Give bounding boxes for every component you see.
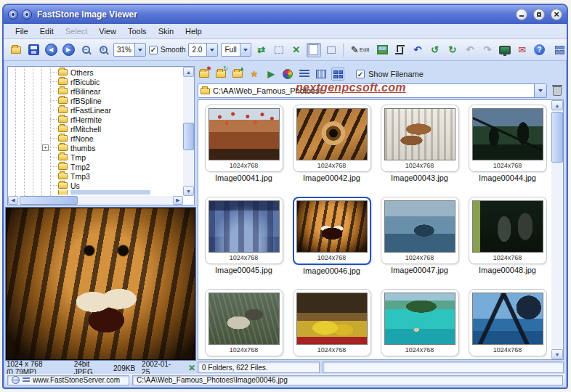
tree-item-tmp3[interactable]: Tmp3 xyxy=(9,171,182,181)
thumbnail-item-49[interactable]: 1024x768 xyxy=(204,289,283,359)
scroll-up-icon[interactable]: ▲ xyxy=(183,67,194,77)
title-bar[interactable]: FastStone Image Viewer xyxy=(4,5,567,24)
menu-help[interactable]: Help xyxy=(179,25,208,38)
export-icon[interactable]: ▶ xyxy=(264,68,278,81)
menu-tools[interactable]: Tools xyxy=(122,25,153,38)
scroll-thumb[interactable] xyxy=(20,196,78,205)
thumbnail-item-45[interactable]: 1024x768 Image00045.jpg xyxy=(204,197,283,277)
wallpaper-icon[interactable] xyxy=(498,43,512,57)
fit-window-icon[interactable]: ✕ xyxy=(289,43,304,57)
thumbnail-filename: Image00047.jpg xyxy=(391,266,448,274)
scroll-right-icon[interactable]: ▶ xyxy=(173,196,183,205)
menu-file[interactable]: File xyxy=(9,25,34,38)
tree-item-thumbs[interactable]: +thumbs xyxy=(9,143,182,152)
thumbnail-item-43[interactable]: 1024x768 Image00043.jpg xyxy=(380,105,459,184)
tree-item-us[interactable]: Us xyxy=(9,181,182,190)
scroll-thumb[interactable] xyxy=(183,123,194,150)
tree-item-rfbspline[interactable]: rfBSpline xyxy=(9,96,182,105)
thumbnail-item-44[interactable]: 1024x768 Image00044.jpg xyxy=(468,105,547,184)
tree-vertical-scrollbar[interactable]: ▲ ▼ xyxy=(183,67,194,196)
scroll-thumb[interactable] xyxy=(551,112,563,163)
selection-icon[interactable] xyxy=(272,43,286,57)
thumbnails-vertical-scrollbar[interactable]: ▲ ▼ xyxy=(551,100,563,359)
rotate-left-icon[interactable]: ↺ xyxy=(428,43,442,57)
address-dropdown-icon[interactable] xyxy=(534,84,546,97)
scroll-track[interactable] xyxy=(551,110,563,349)
undo-icon[interactable]: ↶ xyxy=(410,43,425,57)
help-icon[interactable]: ? xyxy=(532,43,547,57)
next-image-icon[interactable]: ▶ xyxy=(61,43,76,57)
scroll-track[interactable] xyxy=(18,196,173,205)
scroll-track[interactable] xyxy=(183,77,194,186)
scroll-down-icon[interactable]: ▼ xyxy=(551,349,563,359)
tree-item-rfmitchell[interactable]: rfMitchell xyxy=(9,124,182,134)
sharpen-dropdown-icon[interactable] xyxy=(206,44,217,56)
thumbnail-item-46-selected[interactable]: 1024x768 Image00046.jpg xyxy=(292,197,371,277)
thumbnail-item-47[interactable]: 1024x768 Image00047.jpg xyxy=(380,197,459,277)
save-as-icon[interactable] xyxy=(26,43,41,57)
thumbnail-item-51[interactable]: 1024x768 xyxy=(380,289,459,359)
tree-item-tmp[interactable]: Tmp xyxy=(9,152,182,162)
thumbnail-view-icon[interactable] xyxy=(331,68,344,81)
refresh-folder-icon[interactable]: ↻ xyxy=(214,68,227,81)
list-view-icon[interactable] xyxy=(298,68,311,81)
tree-horizontal-scrollbar[interactable]: ◀ ▶ xyxy=(8,196,183,205)
tree-item-rfhermite[interactable]: rfHermite xyxy=(9,115,182,124)
scroll-left-icon[interactable]: ◀ xyxy=(8,196,18,205)
up-folder-icon[interactable]: ▲ xyxy=(231,68,244,81)
preview-pane[interactable] xyxy=(5,207,196,361)
compare-images-icon[interactable]: ⇄ xyxy=(254,43,269,57)
show-filename-checkbox[interactable] xyxy=(356,70,365,78)
fullscreen-preview-icon[interactable]: ✕ xyxy=(188,363,195,373)
tree-item-rfbilinear[interactable]: rfBilinear xyxy=(9,86,182,96)
zoom-in-icon[interactable]: + xyxy=(96,43,110,57)
rotate-right-icon[interactable]: ↻ xyxy=(445,43,460,57)
expand-icon[interactable]: + xyxy=(42,144,49,151)
tree-item-others[interactable]: Others xyxy=(9,68,182,77)
thumbnail-item-50[interactable]: 1024x768 xyxy=(292,289,371,359)
menu-edit[interactable]: Edit xyxy=(34,25,60,38)
tree-item-rffastlinear[interactable]: rfFastLinear xyxy=(9,105,182,115)
open-folder-icon[interactable] xyxy=(9,43,23,57)
thumbnail-item-52[interactable]: 1024x768 xyxy=(468,289,547,359)
fit-mode-select[interactable]: Full xyxy=(221,43,251,57)
capture-icon[interactable] xyxy=(324,43,339,57)
thumbnail-item-48[interactable]: 1024x768 Image00048.jpg xyxy=(468,197,547,277)
website-link[interactable]: www.FastStoneServer.com xyxy=(33,376,120,384)
scroll-down-icon[interactable]: ▼ xyxy=(183,186,194,196)
crop-icon[interactable] xyxy=(393,43,408,57)
previous-image-icon[interactable]: ◀ xyxy=(44,43,58,57)
zoom-out-icon[interactable]: − xyxy=(78,43,93,57)
draw-board-icon[interactable] xyxy=(307,43,321,57)
minimize-button[interactable] xyxy=(516,9,527,20)
tree-item-tmp2[interactable]: Tmp2 xyxy=(9,162,182,171)
edit-image-icon[interactable]: ✎Edit xyxy=(348,43,373,57)
scroll-up-icon[interactable]: ▲ xyxy=(551,100,563,110)
delete-icon[interactable] xyxy=(551,84,564,97)
thumbnail-item-41[interactable]: 1024x768 Image00041.jpg xyxy=(204,105,283,184)
fit-mode-dropdown-icon[interactable] xyxy=(240,44,251,56)
system-menu-icon[interactable] xyxy=(22,9,32,20)
color-wheel-icon[interactable] xyxy=(281,68,294,81)
tree-item-clipped[interactable] xyxy=(9,190,182,195)
smooth-checkbox[interactable] xyxy=(149,46,158,54)
new-folder-icon[interactable]: ✱ xyxy=(198,68,211,81)
favorites-icon[interactable]: ★ xyxy=(248,68,261,81)
folder-tree[interactable]: Others rfBicubic rfBilinear rfBSpline rf… xyxy=(9,68,182,196)
tree-item-rfnone[interactable]: rfNone xyxy=(9,134,182,143)
close-button[interactable] xyxy=(551,9,562,20)
email-icon[interactable]: ✉ xyxy=(515,43,530,57)
zoom-ratio-dropdown-icon[interactable] xyxy=(134,44,145,56)
paint-icon[interactable] xyxy=(376,43,390,57)
thumbnail-item-42[interactable]: 1024x768 Image00042.jpg xyxy=(292,105,371,184)
details-view-icon[interactable] xyxy=(315,68,328,81)
menu-skin[interactable]: Skin xyxy=(153,25,179,38)
thumbnail-browser[interactable]: 1024x768 Image00041.jpg 1024x768 Image00… xyxy=(198,99,564,360)
tree-item-rfbicubic[interactable]: rfBicubic xyxy=(9,77,182,86)
layout-switch-icon[interactable] xyxy=(553,43,567,57)
maximize-button[interactable] xyxy=(533,9,545,20)
sharpen-select[interactable]: 2.0 xyxy=(188,43,218,57)
website-panel[interactable]: www.FastStoneServer.com xyxy=(7,375,129,385)
zoom-ratio-select[interactable]: 31% xyxy=(113,43,146,57)
menu-view[interactable]: View xyxy=(93,25,122,38)
